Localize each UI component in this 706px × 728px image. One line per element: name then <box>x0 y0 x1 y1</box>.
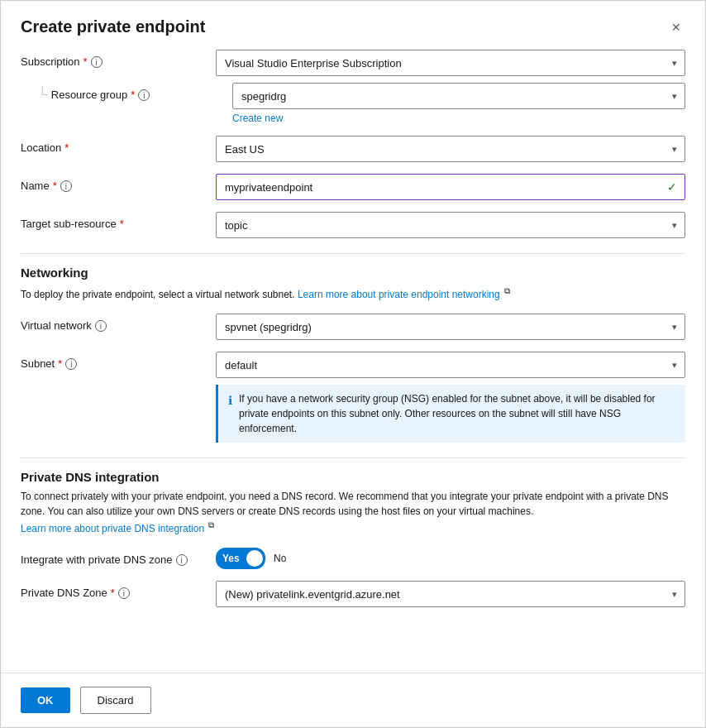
target-sub-resource-label: Target sub-resource <box>21 218 117 230</box>
dialog-header: Create private endpoint × <box>1 1 705 50</box>
dns-desc-text: To connect privately with your private e… <box>21 491 669 517</box>
create-private-endpoint-dialog: Create private endpoint × Subscription *… <box>0 0 706 728</box>
target-sub-resource-input-col: topic ▾ <box>216 212 685 238</box>
name-label-col: Name * i <box>21 174 203 192</box>
virtual-network-select[interactable]: spvnet (spegridrg) <box>216 314 685 340</box>
dns-zone-required: * <box>111 587 115 599</box>
name-row: Name * i ✓ <box>21 174 685 200</box>
location-label: Location <box>21 141 61 154</box>
dns-zone-select[interactable]: (New) privatelink.eventgrid.azure.net <box>216 581 685 607</box>
dns-title: Private DNS integration <box>21 470 685 484</box>
nsg-info-icon: ℹ <box>228 392 232 436</box>
subscription-select[interactable]: Visual Studio Enterprise Subscription <box>216 50 685 76</box>
target-sub-resource-row: Target sub-resource * topic ▾ <box>21 212 685 238</box>
subscription-required: * <box>83 55 88 68</box>
subscription-row: Subscription * i Visual Studio Enterpris… <box>21 50 685 76</box>
virtual-network-label: Virtual network <box>21 319 92 332</box>
target-sub-resource-label-col: Target sub-resource * <box>21 212 203 230</box>
dns-zone-label: Private DNS Zone <box>21 587 107 599</box>
location-select[interactable]: East US <box>216 136 685 162</box>
resource-group-row: └ Resource group * i spegridrg ▾ Create … <box>21 83 685 124</box>
target-sub-resource-select[interactable]: topic <box>216 212 685 238</box>
name-check-icon: ✓ <box>667 180 677 194</box>
integrate-dns-label-col: Integrate with private DNS zone i <box>21 548 203 566</box>
networking-title: Networking <box>21 266 685 280</box>
dns-zone-label-col: Private DNS Zone * i <box>21 581 203 599</box>
dns-desc: To connect privately with your private e… <box>21 489 685 536</box>
integrate-dns-toggle-container: Yes No <box>216 548 685 569</box>
toggle-knob <box>246 550 263 567</box>
location-row: Location * East US ▾ <box>21 136 685 162</box>
create-new-link[interactable]: Create new <box>232 113 685 124</box>
dns-zone-input-col: (New) privatelink.eventgrid.azure.net ▾ <box>216 581 685 607</box>
subnet-required: * <box>58 357 62 370</box>
resource-group-required: * <box>131 89 135 101</box>
discard-button[interactable]: Discard <box>80 687 151 714</box>
target-sub-resource-select-wrapper: topic ▾ <box>216 212 685 238</box>
networking-desc: To deploy the private endpoint, select a… <box>21 285 685 302</box>
resource-group-input-col: spegridrg ▾ Create new <box>232 83 685 124</box>
dns-zone-row: Private DNS Zone * i (New) privatelink.e… <box>21 581 685 607</box>
virtual-network-select-wrapper: spvnet (spegridrg) ▾ <box>216 314 685 340</box>
nsg-info-box: ℹ If you have a network security group (… <box>216 385 685 443</box>
subscription-input-col: Visual Studio Enterprise Subscription ▾ <box>216 50 685 76</box>
dns-external-icon: ⧉ <box>208 520 214 529</box>
subnet-info-icon[interactable]: i <box>65 358 77 370</box>
subscription-select-wrapper: Visual Studio Enterprise Subscription ▾ <box>216 50 685 76</box>
subnet-select-wrapper: default ▾ <box>216 352 685 378</box>
name-label: Name <box>21 180 50 192</box>
resource-group-select[interactable]: spegridrg <box>232 83 685 109</box>
name-info-icon[interactable]: i <box>60 180 72 192</box>
networking-section: Networking To deploy the private endpoin… <box>21 266 685 302</box>
ok-button[interactable]: OK <box>21 687 70 713</box>
resource-group-select-wrapper: spegridrg ▾ <box>232 83 685 109</box>
location-label-col: Location * <box>21 136 203 154</box>
target-sub-resource-required: * <box>120 218 124 230</box>
dns-zone-info-icon[interactable]: i <box>118 587 130 599</box>
virtual-network-label-col: Virtual network i <box>21 314 203 332</box>
dns-section: Private DNS integration To connect priva… <box>21 470 685 536</box>
resource-group-info-icon[interactable]: i <box>138 89 150 101</box>
dns-divider <box>21 457 685 458</box>
dialog-title: Create private endpoint <box>21 17 205 36</box>
dialog-body: Subscription * i Visual Studio Enterpris… <box>1 50 705 673</box>
integrate-dns-toggle[interactable]: Yes <box>216 548 265 569</box>
subnet-label-col: Subnet * i <box>21 352 203 370</box>
integrate-dns-info-icon[interactable]: i <box>176 554 188 566</box>
resource-group-label: Resource group <box>51 89 128 101</box>
subscription-label-col: Subscription * i <box>21 50 203 68</box>
dns-learn-more-link[interactable]: Learn more about private DNS integration <box>21 523 204 534</box>
integrate-dns-row: Integrate with private DNS zone i Yes No <box>21 548 685 569</box>
toggle-no-label: No <box>274 553 286 564</box>
subnet-row: Subnet * i default ▾ ℹ If you have a net… <box>21 352 685 443</box>
name-required: * <box>53 180 57 192</box>
name-input-col: ✓ <box>216 174 685 200</box>
location-input-col: East US ▾ <box>216 136 685 162</box>
location-select-wrapper: East US ▾ <box>216 136 685 162</box>
name-input-wrapper: ✓ <box>216 174 685 200</box>
virtual-network-row: Virtual network i spvnet (spegridrg) ▾ <box>21 314 685 340</box>
nsg-info-text: If you have a network security group (NS… <box>239 391 675 436</box>
resource-group-label-col: └ Resource group * i <box>37 83 219 102</box>
networking-learn-more-link[interactable]: Learn more about private endpoint networ… <box>298 289 500 300</box>
virtual-network-input-col: spvnet (spegridrg) ▾ <box>216 314 685 340</box>
subnet-input-col: default ▾ ℹ If you have a network securi… <box>216 352 685 443</box>
integrate-dns-input-col: Yes No <box>216 548 685 569</box>
dialog-footer: OK Discard <box>1 673 705 727</box>
subscription-label: Subscription <box>21 55 80 68</box>
close-button[interactable]: × <box>666 18 685 36</box>
integrate-dns-label: Integrate with private DNS zone <box>21 553 173 566</box>
subnet-label: Subnet <box>21 357 55 370</box>
networking-divider <box>21 253 685 254</box>
subnet-select[interactable]: default <box>216 352 685 378</box>
subscription-info-icon[interactable]: i <box>91 56 103 68</box>
dns-zone-select-wrapper: (New) privatelink.eventgrid.azure.net ▾ <box>216 581 685 607</box>
networking-external-icon: ⧉ <box>504 286 510 295</box>
networking-desc-text: To deploy the private endpoint, select a… <box>21 289 295 300</box>
toggle-yes-label: Yes <box>216 553 240 564</box>
location-required: * <box>64 141 69 154</box>
name-input[interactable] <box>216 174 685 200</box>
virtual-network-info-icon[interactable]: i <box>95 320 107 332</box>
